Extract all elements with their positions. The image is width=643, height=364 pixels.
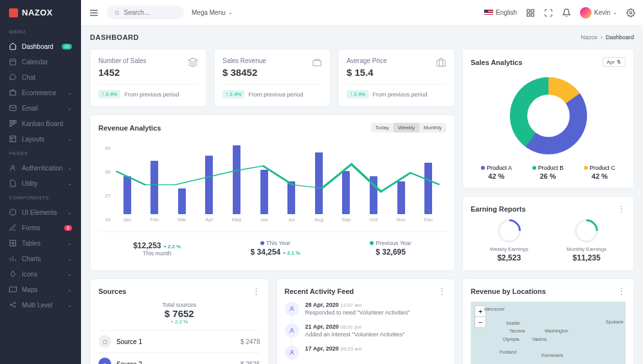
- more-icon[interactable]: ⋮: [252, 287, 260, 295]
- toggle-today[interactable]: Today: [371, 123, 394, 132]
- sidebar-item-email[interactable]: Email⌄: [0, 100, 81, 116]
- svg-rect-34: [313, 60, 321, 66]
- menu-section-title: MENU: [0, 25, 81, 39]
- svg-rect-5: [12, 121, 14, 125]
- search-box[interactable]: [107, 6, 184, 19]
- chevron-down-icon: ⌄: [68, 287, 72, 293]
- svg-point-20: [14, 306, 15, 307]
- revenue-analytics-card: Revenue Analytics Today Weekly Monthly 4…: [90, 114, 455, 271]
- fullscreen-icon[interactable]: [544, 8, 553, 17]
- share-icon: [9, 301, 17, 309]
- table-icon: [9, 239, 17, 247]
- progress-ring-icon: [570, 215, 603, 248]
- sidebar-item-multilevel[interactable]: Multi Level⌄: [0, 297, 81, 313]
- topbar: Mega Menu ⌄ English Kevin ⌄: [81, 0, 643, 26]
- sales-analytics-card: Sales Analytics Apr⇅ Product A42 % Produ…: [462, 49, 634, 188]
- flag-icon: [484, 10, 493, 15]
- more-icon[interactable]: ⋮: [617, 287, 626, 295]
- svg-point-32: [629, 12, 632, 14]
- svg-rect-28: [527, 9, 530, 12]
- activity-icon: [285, 323, 299, 338]
- sidebar-item-calendar[interactable]: Calendar: [0, 54, 81, 69]
- source-row: ◌Source 1$ 2478: [98, 330, 260, 352]
- apps-icon[interactable]: [526, 8, 535, 17]
- feed-item: 21 Apr, 2020 08:01 pmAdded an interest "…: [285, 323, 447, 338]
- sidebar-item-icons[interactable]: Icons⌄: [0, 266, 81, 282]
- sidebar-item-forms[interactable]: Forms 8: [0, 220, 81, 235]
- svg-rect-29: [531, 9, 534, 12]
- page-title: DASHBOARD: [90, 33, 139, 41]
- sidebar-item-maps[interactable]: Maps⌄: [0, 282, 81, 297]
- donut-chart: [510, 77, 587, 154]
- svg-line-22: [12, 305, 14, 307]
- briefcase-icon: [436, 57, 446, 68]
- breadcrumb: Nazox › Dashboard: [581, 34, 634, 41]
- chevron-down-icon: ⌄: [68, 241, 72, 246]
- chevron-down-icon: ⌄: [68, 181, 72, 187]
- activity-icon: [285, 302, 299, 316]
- dot-icon: [584, 166, 588, 170]
- sidebar-item-ecommerce[interactable]: Ecommerce⌄: [0, 85, 81, 100]
- bell-icon[interactable]: [562, 8, 571, 17]
- period-toggle: Today Weekly Monthly: [371, 123, 446, 132]
- pages-section-title: PAGES: [0, 147, 81, 160]
- svg-point-37: [291, 329, 293, 331]
- sidebar-item-ui[interactable]: UI Elements⌄: [0, 205, 81, 220]
- more-icon[interactable]: ⋮: [617, 205, 626, 213]
- stat-card-sales: Number of Sales 1452 ↑ 2.4%From previous…: [90, 49, 206, 107]
- toggle-monthly[interactable]: Monthly: [419, 123, 446, 132]
- store-icon: [312, 57, 322, 68]
- svg-rect-4: [10, 121, 12, 127]
- sidebar-item-charts[interactable]: Charts⌄: [0, 251, 81, 266]
- revenue-locations-card: Revenue by Locations ⋮ + − VancouverSeat…: [462, 278, 634, 364]
- home-icon: [9, 42, 17, 50]
- chevron-down-icon: ⌄: [68, 256, 72, 262]
- user-menu[interactable]: Kevin ⌄: [580, 7, 617, 19]
- mega-menu-button[interactable]: Mega Menu ⌄: [192, 9, 233, 16]
- map[interactable]: + − VancouverSeattleTacomaOlympiaPortlan…: [471, 302, 626, 364]
- chevron-down-icon: ⌄: [68, 271, 72, 277]
- svg-rect-31: [531, 14, 534, 16]
- chevron-down-icon: ⌄: [68, 105, 72, 111]
- sidebar-item-tables[interactable]: Tables⌄: [0, 235, 81, 251]
- store-icon: [9, 89, 17, 96]
- svg-line-21: [12, 304, 14, 305]
- search-icon: [114, 10, 120, 16]
- svg-point-38: [291, 350, 293, 352]
- logo-mark-icon: [9, 8, 18, 17]
- toggle-weekly[interactable]: Weekly: [394, 123, 419, 132]
- avatar: [580, 7, 592, 19]
- zoom-out-button[interactable]: −: [475, 317, 485, 327]
- progress-ring-icon: [493, 215, 525, 248]
- droplet-icon: [9, 270, 17, 278]
- svg-point-18: [10, 304, 12, 305]
- sidebar-item-chat[interactable]: Chat: [0, 69, 81, 85]
- more-icon[interactable]: ⋮: [438, 287, 446, 295]
- svg-rect-35: [437, 60, 445, 66]
- period-selector[interactable]: Apr⇅: [602, 57, 626, 67]
- chat-icon: [9, 73, 17, 81]
- sidebar-item-dashboard[interactable]: Dashboard 03: [0, 39, 81, 54]
- language-selector[interactable]: English: [484, 9, 517, 16]
- source-icon: ●: [98, 358, 111, 364]
- sidebar-item-utility[interactable]: Utility⌄: [0, 176, 81, 191]
- logo[interactable]: NAZOX: [0, 0, 81, 25]
- sidebar-item-auth[interactable]: Authentication⌄: [0, 160, 81, 176]
- sidebar-item-layouts[interactable]: Layouts⌄: [0, 131, 81, 147]
- chart-icon: [9, 255, 17, 262]
- badge: 03: [62, 44, 72, 50]
- chevron-down-icon: ⌄: [68, 136, 72, 142]
- stat-card-revenue: Sales Revenue $ 38452 ↑ 2.4%From previou…: [214, 49, 331, 107]
- map-icon: [9, 286, 17, 293]
- dot-icon: [481, 166, 485, 170]
- calendar-icon: [9, 58, 17, 66]
- menu-toggle-icon[interactable]: [89, 8, 99, 18]
- chevron-down-icon: ⌄: [68, 302, 72, 308]
- gear-icon[interactable]: [626, 8, 635, 17]
- sidebar-item-kanban[interactable]: Kanban Board: [0, 116, 81, 131]
- svg-line-27: [118, 14, 120, 15]
- chart-bars: JanFebMarAprMayJunJulAugSepOctNovDec: [116, 145, 440, 223]
- edit-icon: [9, 224, 17, 232]
- search-input[interactable]: [123, 9, 176, 16]
- stat-card-price: Average Price $ 15.4 ↑ 2.4%From previous…: [338, 49, 455, 107]
